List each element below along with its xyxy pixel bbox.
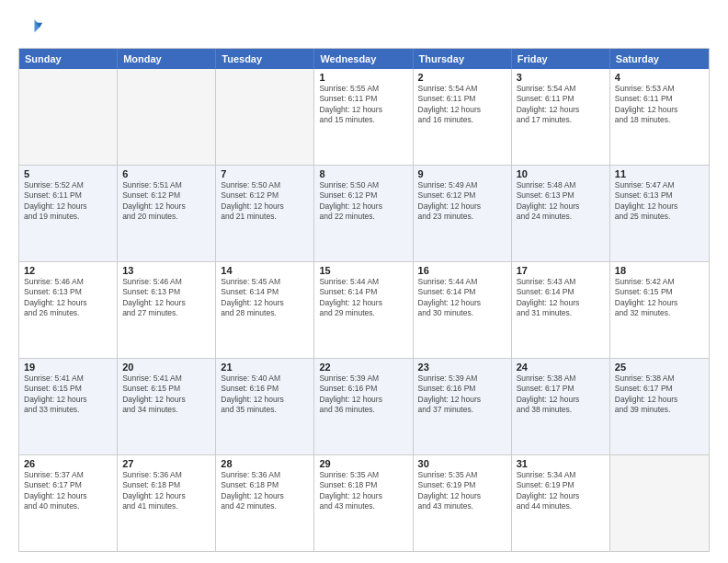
day-info: Sunrise: 5:38 AM Sunset: 6:17 PM Dayligh… [615,373,704,416]
day-number: 24 [517,362,605,373]
day-cell-19: 19Sunrise: 5:41 AM Sunset: 6:15 PM Dayli… [19,359,118,454]
day-info: Sunrise: 5:34 AM Sunset: 6:19 PM Dayligh… [517,470,605,512]
day-cell-5: 5Sunrise: 5:52 AM Sunset: 6:11 PM Daylig… [19,166,118,261]
day-cell-23: 23Sunrise: 5:39 AM Sunset: 6:16 PM Dayli… [414,359,512,454]
day-cell-7: 7Sunrise: 5:50 AM Sunset: 6:12 PM Daylig… [216,166,314,261]
day-cell-17: 17Sunrise: 5:43 AM Sunset: 6:14 PM Dayli… [512,262,610,358]
day-info: Sunrise: 5:53 AM Sunset: 6:11 PM Dayligh… [615,84,704,126]
day-number: 14 [221,265,309,276]
day-number: 10 [517,168,605,179]
day-number: 29 [319,458,407,469]
logo [18,15,48,40]
day-cell-27: 27Sunrise: 5:36 AM Sunset: 6:18 PM Dayli… [118,455,216,551]
day-cell-10: 10Sunrise: 5:48 AM Sunset: 6:13 PM Dayli… [512,166,610,261]
calendar-row-5: 26Sunrise: 5:37 AM Sunset: 6:17 PM Dayli… [19,454,709,551]
day-cell-14: 14Sunrise: 5:45 AM Sunset: 6:14 PM Dayli… [216,262,314,358]
day-info: Sunrise: 5:46 AM Sunset: 6:13 PM Dayligh… [122,277,210,319]
day-cell-2: 2Sunrise: 5:54 AM Sunset: 6:11 PM Daylig… [414,69,512,165]
day-number: 30 [418,458,506,469]
day-cell-12: 12Sunrise: 5:46 AM Sunset: 6:13 PM Dayli… [19,262,118,358]
header-day-tuesday: Tuesday [216,49,314,69]
day-cell-26: 26Sunrise: 5:37 AM Sunset: 6:17 PM Dayli… [19,455,118,551]
day-number: 18 [615,265,704,276]
day-info: Sunrise: 5:52 AM Sunset: 6:11 PM Dayligh… [24,180,112,223]
day-cell-29: 29Sunrise: 5:35 AM Sunset: 6:18 PM Dayli… [314,455,413,551]
calendar: SundayMondayTuesdayWednesdayThursdayFrid… [18,48,710,552]
day-info: Sunrise: 5:54 AM Sunset: 6:11 PM Dayligh… [517,84,605,126]
day-cell-8: 8Sunrise: 5:50 AM Sunset: 6:12 PM Daylig… [314,166,413,261]
empty-cell [216,69,314,165]
day-info: Sunrise: 5:47 AM Sunset: 6:13 PM Dayligh… [615,180,704,223]
day-number: 19 [24,362,112,373]
empty-cell [19,69,118,165]
day-number: 16 [418,265,506,276]
day-cell-3: 3Sunrise: 5:54 AM Sunset: 6:11 PM Daylig… [512,69,610,165]
day-number: 20 [122,362,210,373]
day-number: 31 [517,458,605,469]
day-cell-20: 20Sunrise: 5:41 AM Sunset: 6:15 PM Dayli… [118,359,216,454]
day-info: Sunrise: 5:36 AM Sunset: 6:18 PM Dayligh… [122,470,210,512]
calendar-row-3: 12Sunrise: 5:46 AM Sunset: 6:13 PM Dayli… [19,261,709,358]
header-day-wednesday: Wednesday [314,49,413,69]
day-info: Sunrise: 5:49 AM Sunset: 6:12 PM Dayligh… [418,180,506,223]
header [18,15,710,40]
day-info: Sunrise: 5:51 AM Sunset: 6:12 PM Dayligh… [122,180,210,223]
day-number: 21 [221,362,309,373]
calendar-body: 1Sunrise: 5:55 AM Sunset: 6:11 PM Daylig… [19,69,709,551]
calendar-row-1: 1Sunrise: 5:55 AM Sunset: 6:11 PM Daylig… [19,69,709,165]
day-cell-30: 30Sunrise: 5:35 AM Sunset: 6:19 PM Dayli… [414,455,512,551]
day-number: 11 [615,168,704,179]
header-day-friday: Friday [512,49,610,69]
day-info: Sunrise: 5:41 AM Sunset: 6:15 PM Dayligh… [122,373,210,416]
day-number: 5 [24,168,112,179]
day-cell-22: 22Sunrise: 5:39 AM Sunset: 6:16 PM Dayli… [314,359,413,454]
day-info: Sunrise: 5:37 AM Sunset: 6:17 PM Dayligh… [24,470,112,512]
empty-cell [118,69,216,165]
day-number: 17 [517,265,605,276]
day-number: 2 [418,72,506,83]
day-info: Sunrise: 5:39 AM Sunset: 6:16 PM Dayligh… [319,373,407,416]
day-cell-13: 13Sunrise: 5:46 AM Sunset: 6:13 PM Dayli… [118,262,216,358]
calendar-header: SundayMondayTuesdayWednesdayThursdayFrid… [19,49,709,69]
calendar-row-2: 5Sunrise: 5:52 AM Sunset: 6:11 PM Daylig… [19,165,709,261]
day-number: 26 [24,458,112,469]
day-number: 7 [221,168,309,179]
day-info: Sunrise: 5:35 AM Sunset: 6:19 PM Dayligh… [418,470,506,512]
day-info: Sunrise: 5:35 AM Sunset: 6:18 PM Dayligh… [319,470,407,512]
day-info: Sunrise: 5:48 AM Sunset: 6:13 PM Dayligh… [517,180,605,223]
header-day-sunday: Sunday [19,49,118,69]
day-number: 27 [122,458,210,469]
day-number: 1 [319,72,407,83]
calendar-row-4: 19Sunrise: 5:41 AM Sunset: 6:15 PM Dayli… [19,358,709,454]
day-cell-16: 16Sunrise: 5:44 AM Sunset: 6:14 PM Dayli… [414,262,512,358]
day-cell-18: 18Sunrise: 5:42 AM Sunset: 6:15 PM Dayli… [610,262,709,358]
day-number: 12 [24,265,112,276]
day-number: 8 [319,168,407,179]
day-info: Sunrise: 5:44 AM Sunset: 6:14 PM Dayligh… [319,277,407,319]
day-info: Sunrise: 5:55 AM Sunset: 6:11 PM Dayligh… [319,84,407,126]
day-cell-1: 1Sunrise: 5:55 AM Sunset: 6:11 PM Daylig… [314,69,413,165]
day-cell-31: 31Sunrise: 5:34 AM Sunset: 6:19 PM Dayli… [512,455,610,551]
empty-cell [610,455,709,551]
header-day-thursday: Thursday [414,49,512,69]
day-number: 4 [615,72,704,83]
day-cell-25: 25Sunrise: 5:38 AM Sunset: 6:17 PM Dayli… [610,359,709,454]
day-number: 28 [221,458,309,469]
logo-icon [18,15,44,40]
day-number: 13 [122,265,210,276]
day-cell-9: 9Sunrise: 5:49 AM Sunset: 6:12 PM Daylig… [414,166,512,261]
day-cell-11: 11Sunrise: 5:47 AM Sunset: 6:13 PM Dayli… [610,166,709,261]
day-cell-24: 24Sunrise: 5:38 AM Sunset: 6:17 PM Dayli… [512,359,610,454]
day-info: Sunrise: 5:43 AM Sunset: 6:14 PM Dayligh… [517,277,605,319]
day-cell-28: 28Sunrise: 5:36 AM Sunset: 6:18 PM Dayli… [216,455,314,551]
day-cell-21: 21Sunrise: 5:40 AM Sunset: 6:16 PM Dayli… [216,359,314,454]
day-info: Sunrise: 5:46 AM Sunset: 6:13 PM Dayligh… [24,277,112,319]
day-number: 23 [418,362,506,373]
page: SundayMondayTuesdayWednesdayThursdayFrid… [0,0,728,563]
day-cell-6: 6Sunrise: 5:51 AM Sunset: 6:12 PM Daylig… [118,166,216,261]
day-cell-15: 15Sunrise: 5:44 AM Sunset: 6:14 PM Dayli… [314,262,413,358]
day-number: 22 [319,362,407,373]
header-day-monday: Monday [118,49,216,69]
day-cell-4: 4Sunrise: 5:53 AM Sunset: 6:11 PM Daylig… [610,69,709,165]
header-day-saturday: Saturday [610,49,709,69]
